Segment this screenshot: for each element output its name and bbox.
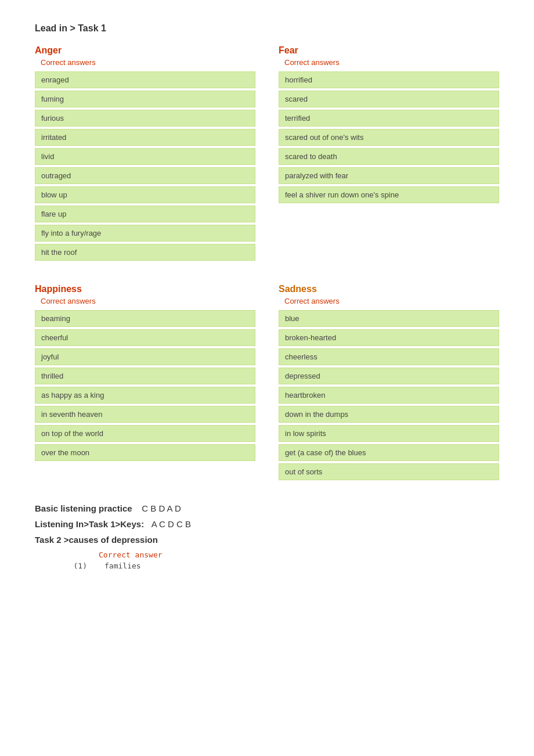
list-item: over the moon: [35, 444, 255, 461]
task2-num: (1): [70, 561, 87, 570]
task2-title: Task 2 >causes of depression: [35, 535, 499, 545]
list-item: hit the roof: [35, 244, 255, 261]
list-item: as happy as a king: [35, 387, 255, 404]
fear-section: Fear Correct answers horrifiedscaredterr…: [279, 45, 499, 272]
list-item: outraged: [35, 167, 255, 184]
list-item: get (a case of) the blues: [279, 444, 499, 461]
list-item: scared out of one's wits: [279, 129, 499, 146]
list-item: cheerless: [279, 348, 499, 365]
list-item: joyful: [35, 348, 255, 365]
fear-answers-list: horrifiedscaredterrifiedscared out of on…: [279, 71, 499, 203]
list-item: scared: [279, 91, 499, 107]
sadness-section: Sadness Correct answers bluebroken-heart…: [279, 284, 499, 492]
list-item: thrilled: [35, 368, 255, 384]
list-item: in seventh heaven: [35, 406, 255, 423]
list-item: blow up: [35, 186, 255, 203]
basic-listening-label: Basic listening practice: [35, 503, 132, 513]
sadness-title: Sadness: [279, 284, 499, 294]
list-item: depressed: [279, 368, 499, 384]
basic-listening-line: Basic listening practice C B D A D: [35, 503, 499, 513]
list-item: livid: [35, 148, 255, 165]
list-item: enraged: [35, 71, 255, 88]
list-item: out of sorts: [279, 463, 499, 480]
sadness-answers-list: bluebroken-heartedcheerlessdepressedhear…: [279, 310, 499, 480]
anger-answers-list: enragedfumingfuriousirritatedlividoutrag…: [35, 71, 255, 261]
happiness-title: Happiness: [35, 284, 255, 294]
listening-in-label: Listening In>Task 1>Keys:: [35, 519, 144, 529]
list-item: irritated: [35, 129, 255, 146]
anger-correct-label: Correct answers: [35, 58, 255, 67]
basic-listening-answers: C B D A D: [142, 503, 181, 513]
listening-in-line: Listening In>Task 1>Keys: A C D C B: [35, 519, 499, 529]
task2-table: Correct answer (1)families: [35, 550, 499, 570]
list-item: in low spirits: [279, 425, 499, 442]
sadness-correct-label: Correct answers: [279, 297, 499, 305]
list-item: flare up: [35, 206, 255, 222]
list-item: on top of the world: [35, 425, 255, 442]
anger-section: Anger Correct answers enragedfumingfurio…: [35, 45, 255, 272]
happiness-section: Happiness Correct answers beamingcheerfu…: [35, 284, 255, 492]
bottom-section: Basic listening practice C B D A D Liste…: [35, 503, 499, 570]
list-item: cheerful: [35, 329, 255, 346]
listening-in-answers: A C D C B: [151, 519, 191, 529]
fear-correct-label: Correct answers: [279, 58, 499, 67]
fear-title: Fear: [279, 45, 499, 56]
list-item: down in the dumps: [279, 406, 499, 423]
anger-title: Anger: [35, 45, 255, 56]
list-item: blue: [279, 310, 499, 327]
task2-answer: families: [104, 561, 141, 570]
list-item: broken-hearted: [279, 329, 499, 346]
list-item: fuming: [35, 91, 255, 107]
happiness-correct-label: Correct answers: [35, 297, 255, 305]
list-item: furious: [35, 110, 255, 127]
list-item: fly into a fury/rage: [35, 225, 255, 242]
list-item: beaming: [35, 310, 255, 327]
list-item: feel a shiver run down one's spine: [279, 186, 499, 203]
list-item: scared to death: [279, 148, 499, 165]
table-row: (1)families: [70, 561, 499, 570]
task2-correct-label: Correct answer: [70, 550, 499, 559]
page-title: Lead in > Task 1: [35, 23, 499, 34]
list-item: terrified: [279, 110, 499, 127]
list-item: horrified: [279, 71, 499, 88]
list-item: paralyzed with fear: [279, 167, 499, 184]
happiness-answers-list: beamingcheerfuljoyfulthrilledas happy as…: [35, 310, 255, 461]
list-item: heartbroken: [279, 387, 499, 404]
